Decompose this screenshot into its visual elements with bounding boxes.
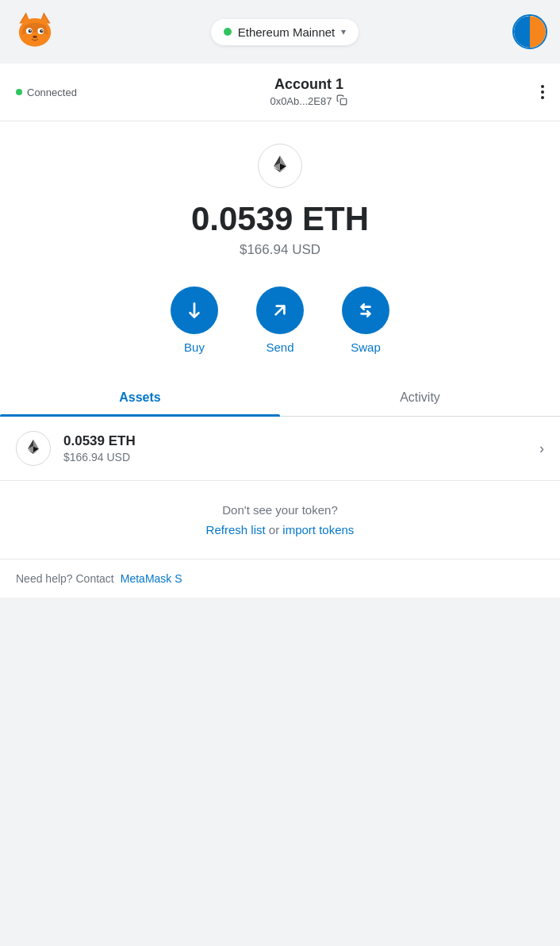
svg-point-12 [33, 36, 37, 38]
header: Ethereum Mainnet ▾ [0, 0, 560, 63]
copy-icon[interactable] [336, 94, 347, 108]
asset-chevron-icon: › [539, 440, 544, 457]
bottom-text: Need help? Contact [16, 572, 114, 585]
swap-button[interactable] [342, 286, 389, 334]
account-avatar[interactable] [512, 14, 547, 49]
network-status-dot [224, 28, 232, 36]
connected-label: Connected [27, 87, 77, 98]
send-action[interactable]: Send [256, 286, 304, 354]
more-options-button[interactable] [541, 85, 544, 99]
account-name: Account 1 [77, 76, 541, 93]
eth-logo-circle [258, 144, 302, 188]
metamask-support-link[interactable]: MetaMask S [121, 572, 182, 585]
eth-asset-icon [16, 431, 51, 466]
swap-action[interactable]: Swap [342, 286, 389, 354]
network-name: Ethereum Mainnet [238, 25, 336, 39]
buy-button[interactable] [171, 286, 218, 334]
chevron-down-icon: ▾ [341, 26, 346, 37]
connected-badge: Connected [16, 87, 77, 98]
action-buttons: Buy Send Swap [0, 267, 560, 379]
buy-action[interactable]: Buy [171, 286, 218, 354]
account-section: Connected Account 1 0x0Ab...2E87 [0, 63, 560, 121]
metamask-logo [13, 8, 57, 56]
balance-eth: 0.0539 ETH [16, 201, 544, 237]
svg-point-13 [22, 33, 28, 37]
svg-rect-15 [341, 98, 347, 105]
import-tokens-link[interactable]: import tokens [282, 523, 354, 536]
svg-point-11 [41, 30, 43, 32]
token-prompt-links: Refresh list or import tokens [16, 523, 544, 536]
svg-point-14 [42, 33, 48, 37]
connected-dot [16, 89, 22, 95]
asset-info: 0.0539 ETH $166.94 USD [63, 433, 539, 463]
asset-balance-eth: 0.0539 ETH [63, 433, 539, 449]
main-content: 0.0539 ETH $166.94 USD Buy Send [0, 121, 560, 598]
token-prompt: Don't see your token? Refresh list or im… [0, 481, 560, 559]
account-info: Account 1 0x0Ab...2E87 [77, 76, 541, 108]
avatar-graphic [514, 16, 546, 48]
asset-balance-usd: $166.94 USD [63, 451, 539, 463]
tab-assets[interactable]: Assets [0, 379, 280, 416]
account-address[interactable]: 0x0Ab...2E87 [77, 94, 541, 108]
refresh-list-link[interactable]: Refresh list [206, 523, 266, 536]
swap-label: Swap [351, 340, 381, 354]
bottom-partial: Need help? Contact MetaMask S [0, 559, 560, 598]
svg-point-10 [30, 30, 32, 32]
buy-label: Buy [184, 340, 205, 354]
token-prompt-question: Don't see your token? [16, 503, 544, 517]
eth-icon-container [0, 121, 560, 201]
network-selector[interactable]: Ethereum Mainnet ▾ [211, 19, 359, 45]
balance-container: 0.0539 ETH $166.94 USD [0, 201, 560, 267]
or-text: or [266, 523, 283, 536]
eth-asset-item[interactable]: 0.0539 ETH $166.94 USD › [0, 417, 560, 481]
send-button[interactable] [256, 286, 304, 334]
tabs: Assets Activity [0, 379, 560, 417]
balance-usd: $166.94 USD [16, 242, 544, 258]
asset-list: 0.0539 ETH $166.94 USD › [0, 417, 560, 481]
send-label: Send [266, 340, 293, 354]
address-text: 0x0Ab...2E87 [270, 95, 332, 107]
tab-activity[interactable]: Activity [280, 379, 560, 416]
